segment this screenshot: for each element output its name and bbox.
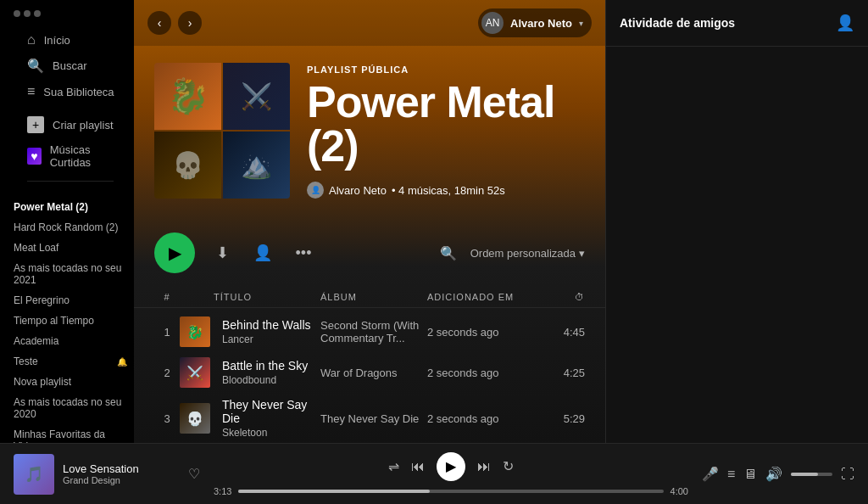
home-icon: ⌂ [27,32,36,48]
now-playing-artist: Grand Design [63,475,180,485]
sidebar-item-mais-tocadas-2020[interactable]: As mais tocadas no seu 2020 [0,392,134,424]
track-added: 2 seconds ago [427,412,534,425]
main-content: ‹ › AN Alvaro Neto ▾ [134,0,605,443]
progress-bar-container: 3:13 4:00 [214,486,688,496]
avatar: AN [481,12,504,34]
chevron-down-icon: ▾ [579,19,583,28]
track-artist: Bloodbound [222,374,320,386]
back-button[interactable]: ‹ [147,11,171,35]
track-name: Behind the Walls [222,318,320,332]
main-header: ‹ › AN Alvaro Neto ▾ [134,0,605,46]
controls-bar: ▶ ⬇ 👤 ••• 🔍 Ordem personalizada ▾ [134,219,605,287]
shuffle-button[interactable]: ⇌ [388,458,399,474]
track-thumbnail: ⚔️ [180,357,210,388]
track-number: 3 [154,412,180,425]
sidebar-item-el-peregrino[interactable]: El Peregrino [0,290,134,311]
track-info: They Never Say Die Skeletoon [214,398,320,439]
liked-songs-icon: ♥ [27,148,42,165]
search-tracks-button[interactable]: 🔍 [440,245,457,261]
more-options-button[interactable]: ••• [290,239,317,266]
track-number: 1 [154,326,180,339]
track-artist: Skeletoon [222,427,320,439]
album-thumb-1 [154,63,221,130]
notification-icon: 🔔 [117,357,127,367]
track-number: 2 [154,367,180,379]
nav-search-label: Buscar [53,59,86,72]
next-button[interactable]: ⏭ [477,459,491,474]
playlist-type-label: PLAYLIST PÚBLICA [307,64,585,75]
nav-library-label: Sua Biblioteca [43,86,114,98]
meta-info: • 4 músicas, 18min 52s [392,184,505,197]
add-user-button[interactable]: 👤 [249,239,276,266]
queue-button[interactable]: ≡ [727,467,735,482]
like-button[interactable]: ♡ [188,466,200,482]
volume-slider[interactable] [791,473,832,476]
playlist-item-label: Nova playlist [14,376,71,388]
player-center: ⇌ ⏮ ▶ ⏭ ↻ 3:13 4:00 [214,452,688,496]
dot-1 [14,10,20,17]
right-panel-title: Atividade de amigos [620,16,735,30]
nav-library[interactable]: ≡ Sua Biblioteca [14,79,127,104]
table-row[interactable]: 3 💀 They Never Say Die Skeletoon They Ne… [134,393,605,443]
playlist-item-label: Academia [14,335,58,347]
table-row[interactable]: 1 🐉 Behind the Walls Lancer Second Storm… [134,311,605,352]
play-pause-button[interactable]: ▶ [437,452,465,481]
playlist-info: PLAYLIST PÚBLICA Power Metal (2) 👤 Alvar… [307,64,585,199]
playlist-title: Power Metal (2) [307,80,585,168]
col-album-header: ÁLBUM [320,292,427,302]
repeat-button[interactable]: ↻ [503,458,514,474]
track-info: Battle in the Sky Bloodbound [214,359,320,386]
sort-button[interactable]: Ordem personalizada ▾ [470,247,585,260]
total-time: 4:00 [670,486,688,496]
playlist-item-label: Teste [14,356,38,367]
fullscreen-button[interactable]: ⛶ [841,467,854,482]
progress-track[interactable] [238,490,663,493]
meta-avatar: 👤 [307,182,324,199]
sidebar-item-minhas-favoritas[interactable]: Minhas Favoritas da Vida [0,424,134,443]
liked-songs-action[interactable]: ♥ Músicas Curtidas [14,138,127,174]
previous-button[interactable]: ⏮ [411,459,425,474]
nav-controls: ‹ › [147,11,202,35]
track-album: Second Storm (With Commentary Tr... [320,319,427,344]
volume-button[interactable]: 🔊 [765,466,782,482]
sidebar-item-hard-rock-random[interactable]: Hard Rock Random (2) [0,217,134,238]
table-row[interactable]: 2 ⚔️ Battle in the Sky Bloodbound War of… [134,352,605,393]
track-album: War of Dragons [320,367,427,379]
track-name: They Never Say Die [222,398,320,425]
avatar-initials: AN [486,17,500,29]
now-playing-title: Love Sensation [63,462,180,475]
sidebar-item-mais-tocadas-2021[interactable]: As mais tocadas no seu 2021 [0,258,134,290]
sidebar-item-academia[interactable]: Academia [0,331,134,351]
sidebar-item-power-metal-2[interactable]: Power Metal (2) [0,197,134,217]
create-playlist-action[interactable]: + Criar playlist [14,111,127,138]
track-artist: Lancer [222,333,320,345]
download-button[interactable]: ⬇ [209,239,236,266]
playlist-cover-grid [154,63,290,199]
nav-search[interactable]: 🔍 Buscar [14,53,127,79]
playlist-item-label: Power Metal (2) [14,201,88,213]
main-scroll[interactable]: PLAYLIST PÚBLICA Power Metal (2) 👤 Alvar… [134,46,605,443]
sidebar-item-nova-playlist[interactable]: Nova playlist [0,372,134,392]
playlist-list: Power Metal (2) Hard Rock Random (2) Mea… [0,193,134,443]
track-added: 2 seconds ago [427,326,534,339]
friend-activity-icon[interactable]: 👤 [836,14,854,32]
dot-2 [24,10,31,17]
sidebar-item-meat-loaf[interactable]: Meat Loaf [0,238,134,258]
col-time-header: ⏱ [534,292,585,302]
user-name: Alvaro Neto [510,17,572,30]
col-title-header: TÍTULO [214,292,320,302]
device-button[interactable]: 🖥 [743,467,757,482]
playlist-item-label: El Peregrino [14,294,70,306]
track-thumbnail: 💀 [180,403,210,434]
forward-button[interactable]: › [178,11,202,35]
play-button[interactable]: ▶ [154,232,195,273]
track-album: They Never Say Die [320,412,427,425]
current-time: 3:13 [214,486,231,496]
nav-home[interactable]: ⌂ Início [14,27,127,53]
sidebar-item-tiempo-al-tiempo[interactable]: Tiempo al Tiempo [0,311,134,331]
lyrics-button[interactable]: 🎤 [702,466,719,482]
dot-3 [34,10,41,17]
album-thumb-3 [154,132,221,199]
sidebar-item-teste[interactable]: Teste 🔔 [0,351,134,372]
user-menu[interactable]: AN Alvaro Neto ▾ [478,8,592,37]
